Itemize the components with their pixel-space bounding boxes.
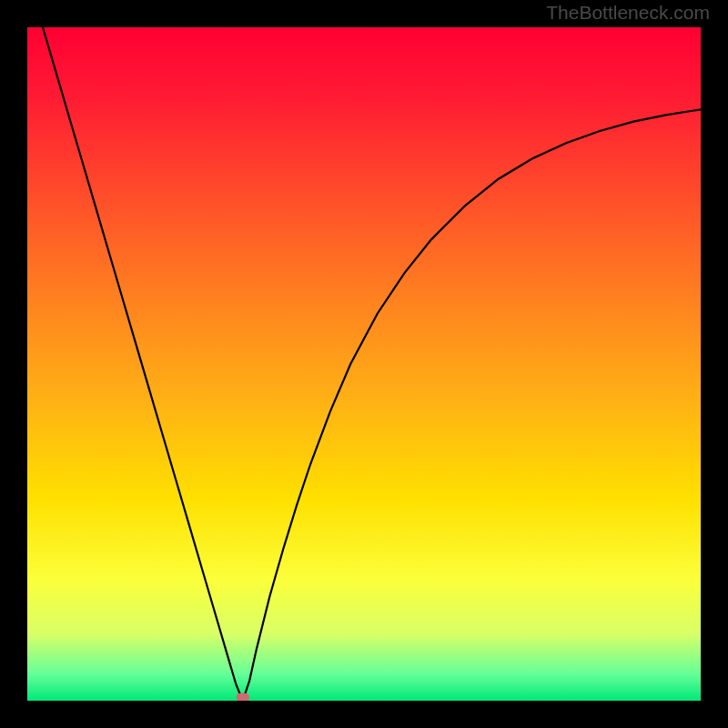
bottleneck-chart — [0, 0, 728, 728]
minimum-marker — [237, 693, 249, 702]
chart-frame: TheBottleneck.com — [0, 0, 728, 728]
watermark-text: TheBottleneck.com — [546, 2, 710, 24]
plot-background — [27, 27, 701, 701]
